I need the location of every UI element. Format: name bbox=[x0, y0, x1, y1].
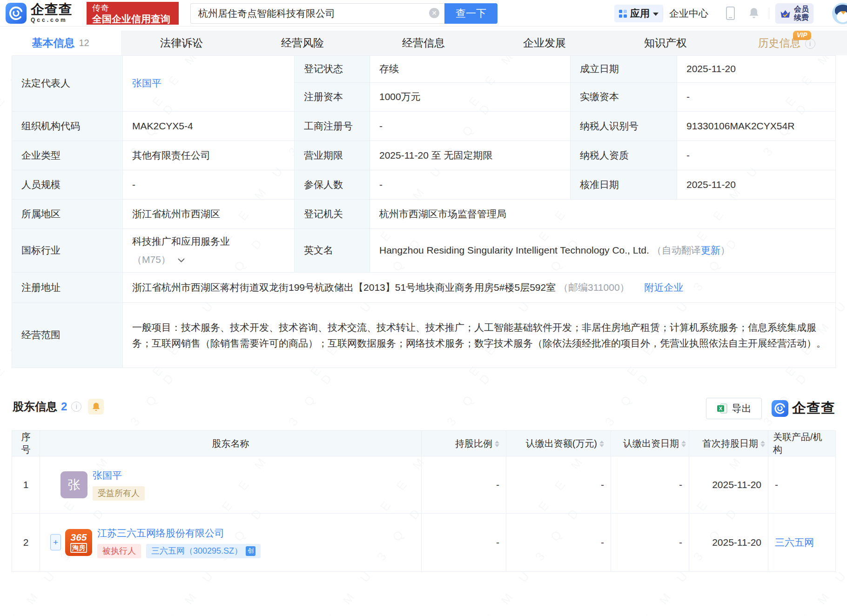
amount-cell: - bbox=[506, 456, 611, 514]
tab-basic-info[interactable]: 基本信息 12 bbox=[0, 31, 121, 55]
update-translation-link[interactable]: 更新 bbox=[701, 245, 720, 255]
slogan-banner: 传奇 全国企业信用查询 bbox=[87, 2, 179, 25]
tab-operating-info[interactable]: 经营信息 bbox=[363, 31, 484, 55]
shareholder-name-link[interactable]: 张国平 bbox=[93, 469, 145, 482]
sort-icon bbox=[760, 441, 765, 447]
col-ratio-sort[interactable]: 持股比例 bbox=[422, 431, 506, 456]
tab-label: 企业发展 bbox=[523, 36, 566, 50]
first-hold-date-cell: 2025-11-20 bbox=[689, 456, 768, 514]
tab-intellectual-property[interactable]: 知识产权 bbox=[605, 31, 726, 55]
legal-rep-link[interactable]: 张国平 bbox=[132, 78, 161, 88]
shareholder-name-link[interactable]: 江苏三六五网络股份有限公司 bbox=[97, 527, 261, 540]
qcc-logo-text: 企查查 bbox=[792, 399, 835, 418]
value-reg-status: 存续 bbox=[370, 56, 571, 83]
col-first-sort[interactable]: 首次持股日期 bbox=[689, 431, 768, 456]
beneficial-owner-tag: 受益所有人 bbox=[93, 486, 145, 501]
value-biz-reg-no: - bbox=[370, 112, 571, 141]
shareholder-avatar: 张 bbox=[60, 471, 87, 498]
label-legal-rep: 法定代表人 bbox=[12, 56, 123, 112]
industry-name: 科技推广和应用服务业 bbox=[132, 234, 285, 249]
qcc-watermark-logo: 企查查 bbox=[772, 399, 835, 418]
sort-icon bbox=[681, 441, 686, 447]
label-taxpayer-quality: 纳税人资质 bbox=[571, 141, 677, 170]
value-legal-rep: 张国平 bbox=[123, 56, 295, 112]
sort-icon bbox=[495, 441, 499, 447]
postal-code: （邮编311000） bbox=[558, 282, 630, 293]
value-company-type: 其他有限责任公司 bbox=[123, 141, 295, 170]
user-avatar[interactable] bbox=[832, 3, 847, 24]
col-amount-sort[interactable]: 认缴出资额(万元) bbox=[506, 431, 611, 456]
qcc-logo-icon bbox=[772, 400, 788, 417]
subscribe-date-cell: - bbox=[611, 514, 689, 572]
stock-tag[interactable]: 三六五网（300295.SZ） 创 bbox=[146, 544, 261, 558]
enterprise-center-link[interactable]: 企业中心 bbox=[669, 7, 708, 20]
chinext-board-icon: 创 bbox=[246, 546, 255, 556]
company-logo-365: 365 淘房 bbox=[65, 529, 92, 556]
svg-text:X: X bbox=[719, 406, 722, 411]
brand-name: 企查查 bbox=[31, 2, 73, 16]
value-org-code: MAK2CYX5-4 bbox=[123, 112, 295, 141]
related-cell: 三六五网 bbox=[768, 514, 836, 572]
export-button[interactable]: X 导出 bbox=[706, 398, 762, 419]
qcc-logo-icon[interactable] bbox=[6, 3, 27, 24]
expand-row-button[interactable]: + bbox=[50, 534, 61, 550]
auto-translate-note: （自动翻译 bbox=[652, 245, 701, 255]
search-button[interactable]: 查一下 bbox=[444, 3, 497, 24]
slogan-line2: 全国企业信用查询 bbox=[92, 13, 174, 25]
industry-code: （M75） bbox=[132, 254, 171, 265]
subscribe-date-cell: - bbox=[611, 456, 689, 514]
expand-industry-icon[interactable] bbox=[177, 252, 185, 268]
tab-operating-risk[interactable]: 经营风险 bbox=[242, 31, 363, 55]
apps-label: 应用 bbox=[630, 7, 650, 20]
label-insured: 参保人数 bbox=[295, 170, 370, 200]
first-hold-date-cell: 2025-11-20 bbox=[689, 514, 768, 572]
value-reg-capital: 1000万元 bbox=[370, 83, 571, 112]
tab-count: 12 bbox=[79, 38, 89, 48]
ratio-cell: - bbox=[422, 456, 506, 514]
col-related: 关联产品/机构 bbox=[768, 431, 836, 456]
tab-legal[interactable]: 法律诉讼 bbox=[121, 31, 242, 55]
shareholder-row-2: 2 + 365 淘房 江苏三六五网络股份有限公司 被执行人 bbox=[12, 514, 836, 572]
basic-info-table: 法定代表人 张国平 登记状态 存续 成立日期 2025-11-20 注册资本 1… bbox=[12, 55, 836, 368]
logo-line2: 淘房 bbox=[70, 543, 87, 553]
executed-person-tag: 被执行人 bbox=[97, 544, 141, 558]
related-product-link[interactable]: 三六五网 bbox=[775, 537, 814, 548]
amount-cell: - bbox=[506, 514, 611, 572]
monitor-bell-icon[interactable] bbox=[88, 399, 104, 415]
qcc-logo-text[interactable]: 企查查 Qcc.com bbox=[31, 2, 73, 23]
value-taxpayer-id: 91330106MAK2CYX54R bbox=[677, 112, 836, 141]
label-approval-date: 核准日期 bbox=[571, 170, 677, 200]
value-paid-capital: - bbox=[677, 83, 836, 112]
grid-icon bbox=[619, 10, 627, 18]
auto-translate-note-close: ） bbox=[720, 245, 730, 255]
value-authority: 杭州市西湖区市场监督管理局 bbox=[370, 200, 836, 229]
member-label-line1: 会员 bbox=[794, 5, 809, 13]
tab-label: 基本信息 bbox=[32, 36, 74, 50]
clear-search-icon[interactable]: ✕ bbox=[429, 8, 439, 18]
tab-label: 经营信息 bbox=[402, 36, 445, 50]
col-date-sort[interactable]: 认缴出资日期 bbox=[611, 431, 689, 456]
reg-address-text: 浙江省杭州市西湖区蒋村街道双龙街199号杭政储出【2013】51号地块商业商务用… bbox=[132, 282, 556, 293]
value-staff-size: - bbox=[123, 170, 295, 200]
shareholders-table: 序号 股东名称 持股比例 认缴出资额(万元) 认缴出资日期 首次持股日期 关联产… bbox=[12, 430, 836, 572]
apps-menu[interactable]: 应用 bbox=[614, 5, 663, 22]
nearby-companies-link[interactable]: 附近企业 bbox=[644, 282, 683, 293]
label-org-code: 组织机构代码 bbox=[12, 112, 123, 141]
member-renew-button[interactable]: 会员 续费 bbox=[775, 3, 813, 24]
divider bbox=[769, 8, 769, 19]
value-reg-address: 浙江省杭州市西湖区蒋村街道双龙街199号杭政储出【2013】51号地块商业商务用… bbox=[123, 273, 836, 303]
tab-history-info[interactable]: 历史信息 i VIP bbox=[726, 31, 847, 55]
label-taxpayer-id: 纳税人识别号 bbox=[571, 112, 677, 141]
info-icon[interactable]: i bbox=[71, 402, 81, 412]
info-icon[interactable]: i bbox=[805, 39, 815, 49]
label-reg-capital: 注册资本 bbox=[295, 83, 370, 112]
mobile-app-icon[interactable] bbox=[726, 7, 735, 20]
tab-development[interactable]: 企业发展 bbox=[484, 31, 605, 55]
tab-label: 知识产权 bbox=[644, 36, 687, 50]
search-input[interactable] bbox=[190, 3, 444, 24]
vip-badge: VIP bbox=[793, 31, 811, 40]
label-region: 所属地区 bbox=[12, 200, 123, 229]
related-cell: - bbox=[768, 456, 836, 514]
label-reg-status: 登记状态 bbox=[295, 56, 370, 83]
notification-bell-icon[interactable] bbox=[748, 7, 760, 21]
